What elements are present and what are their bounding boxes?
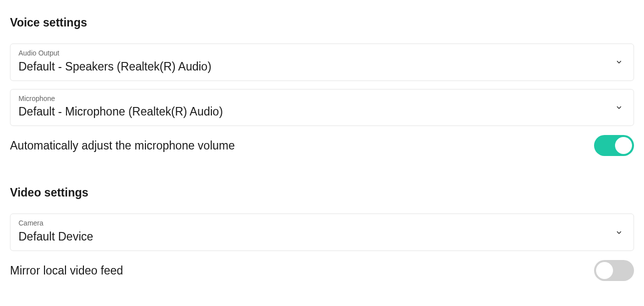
mirror-row: Mirror local video feed [10, 260, 634, 281]
auto-adjust-label: Automatically adjust the microphone volu… [10, 139, 235, 152]
auto-adjust-toggle[interactable] [594, 135, 634, 156]
chevron-down-icon [615, 228, 624, 237]
voice-settings-title: Voice settings [10, 16, 634, 30]
camera-value: Default Device [18, 230, 93, 243]
camera-select[interactable]: Camera Default Device [10, 214, 634, 251]
video-settings-title: Video settings [10, 186, 634, 200]
audio-output-value: Default - Speakers (Realtek(R) Audio) [18, 60, 211, 73]
microphone-label: Microphone [18, 94, 626, 103]
chevron-down-icon [615, 103, 624, 112]
mirror-toggle[interactable] [594, 260, 634, 281]
audio-output-select[interactable]: Audio Output Default - Speakers (Realtek… [10, 44, 634, 81]
auto-adjust-row: Automatically adjust the microphone volu… [10, 135, 634, 156]
microphone-value: Default - Microphone (Realtek(R) Audio) [18, 105, 223, 118]
toggle-knob [596, 262, 613, 279]
microphone-select[interactable]: Microphone Default - Microphone (Realtek… [10, 89, 634, 126]
audio-output-label: Audio Output [18, 49, 626, 58]
mirror-label: Mirror local video feed [10, 264, 123, 278]
toggle-knob [615, 137, 632, 154]
camera-label: Camera [18, 219, 626, 228]
chevron-down-icon [615, 58, 624, 66]
